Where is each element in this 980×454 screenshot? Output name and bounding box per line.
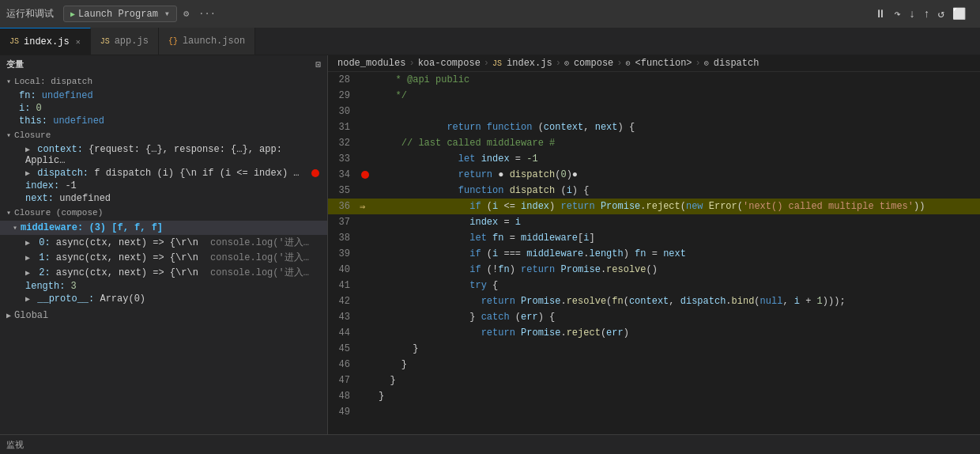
code-line-49: 49 bbox=[328, 404, 980, 420]
debug-toolbar: ⏸ ↷ ↓ ↑ ↺ ⬜ bbox=[867, 6, 974, 22]
main-layout: 变量 ⊡ ▾ Local: dispatch fn: undefined i: … bbox=[0, 55, 980, 434]
code-line-45: 45 } bbox=[328, 341, 980, 357]
tab-label-launch-json: launch.json bbox=[183, 36, 245, 47]
section-closure-label: Closure bbox=[14, 131, 51, 140]
tab-launch-json[interactable]: {} launch.json bbox=[159, 28, 255, 55]
middleware-length: length: 3 bbox=[0, 280, 327, 293]
chevron-down-icon-2: ▾ bbox=[6, 131, 11, 140]
compose-icon: ⊙ bbox=[564, 59, 569, 68]
js-icon: JS bbox=[9, 37, 19, 46]
global-label: Global bbox=[14, 310, 48, 321]
more-icon[interactable]: ··· bbox=[195, 7, 219, 21]
sep-3: › bbox=[556, 58, 561, 69]
bc-node-modules[interactable]: node_modules bbox=[337, 58, 405, 69]
expand-icon-6: ▶ bbox=[25, 295, 30, 304]
expand-icon-5: ▶ bbox=[25, 269, 30, 278]
sidebar-title: 变量 bbox=[6, 59, 24, 70]
middleware-section[interactable]: ▾ middleware: (3) [f, f, f] bbox=[0, 221, 327, 235]
bc-koa-compose[interactable]: koa-compose bbox=[418, 58, 481, 69]
sep-5: › bbox=[695, 58, 701, 69]
expand-icon-2: ▶ bbox=[25, 169, 30, 178]
debug-arrow: ⇒ bbox=[360, 201, 375, 213]
code-line-29: 29 */ bbox=[328, 88, 980, 104]
tab-app-js[interactable]: JS app.js bbox=[91, 28, 159, 55]
sep-1: › bbox=[409, 58, 414, 69]
section-local-label: Local: dispatch bbox=[14, 77, 92, 86]
sep-2: › bbox=[484, 58, 489, 69]
tab-label-app-js: app.js bbox=[115, 36, 149, 47]
step-out-button[interactable]: ↑ bbox=[922, 6, 931, 22]
bottom-bar: 监视 bbox=[0, 434, 980, 454]
breakpoint-indicator bbox=[311, 169, 319, 177]
expand-icon: ▶ bbox=[25, 146, 30, 154]
expand-icon-4: ▶ bbox=[25, 254, 30, 263]
tabs-bar: JS index.js ✕ JS app.js {} launch.json bbox=[0, 28, 980, 55]
js-breadcrumb-icon: JS bbox=[492, 59, 502, 68]
var-fn: fn: undefined bbox=[0, 89, 327, 102]
bc-dispatch[interactable]: dispatch bbox=[714, 58, 760, 69]
step-over-button[interactable]: ↷ bbox=[892, 6, 902, 22]
chevron-down-icon-4: ▾ bbox=[13, 223, 17, 233]
run-config-label: Launch Program bbox=[78, 9, 158, 20]
play-icon: ▶ bbox=[70, 9, 75, 19]
pause-button[interactable]: ⏸ bbox=[873, 6, 888, 22]
dispatch-icon: ⊙ bbox=[704, 59, 709, 68]
function-icon: ⊙ bbox=[626, 59, 631, 68]
expand-icon-3: ▶ bbox=[25, 239, 30, 248]
closure-context[interactable]: ▶ context: {request: {…}, response: {…},… bbox=[0, 143, 327, 167]
section-label: 运行和调试 bbox=[6, 7, 54, 21]
code-line-44: 44 return Promise.reject(err) bbox=[328, 325, 980, 341]
closure-next: next: undefined bbox=[0, 192, 327, 205]
restart-button[interactable]: ↺ bbox=[937, 6, 946, 22]
tab-label-index-js: index.js bbox=[24, 36, 70, 47]
js-icon-2: JS bbox=[100, 37, 110, 46]
section-closure-compose[interactable]: ▾ Closure (compose) bbox=[0, 205, 327, 221]
chevron-right-icon: ▶ bbox=[6, 311, 11, 320]
sidebar-header-icons: ⊡ bbox=[315, 59, 321, 70]
close-tab-icon[interactable]: ✕ bbox=[76, 37, 81, 47]
middleware-item-0[interactable]: ▶ 0: async(ctx, next) => {\r\n console.l… bbox=[0, 235, 327, 250]
dropdown-arrow-icon: ▾ bbox=[164, 8, 170, 20]
top-bar: 运行和调试 ▶ Launch Program ▾ ⚙ ··· ⏸ ↷ ↓ ↑ ↺… bbox=[0, 0, 980, 28]
gear-icon[interactable]: ⚙ bbox=[180, 6, 192, 21]
editor-area: node_modules › koa-compose › JS index.js… bbox=[328, 55, 980, 434]
monitor-label: 监视 bbox=[6, 439, 24, 451]
code-line-48: 48 } bbox=[328, 388, 980, 404]
bc-compose[interactable]: compose bbox=[574, 58, 613, 69]
middleware-item-2[interactable]: ▶ 2: async(ctx, next) => {\r\n console.l… bbox=[0, 265, 327, 280]
closure-index: index: -1 bbox=[0, 180, 327, 192]
var-this: this: undefined bbox=[0, 115, 327, 127]
bc-function[interactable]: <function> bbox=[635, 58, 692, 69]
chevron-down-icon: ▾ bbox=[6, 77, 11, 86]
chevron-down-icon-3: ▾ bbox=[6, 208, 11, 218]
sidebar-header: 变量 ⊡ bbox=[0, 55, 327, 74]
code-line-28: 28 * @api public bbox=[328, 72, 980, 88]
code-editor[interactable]: 28 * @api public 29 */ 30 31 bbox=[328, 72, 980, 434]
run-button[interactable]: ▶ Launch Program ▾ bbox=[63, 6, 177, 22]
json-icon: {} bbox=[168, 37, 178, 46]
sep-4: › bbox=[616, 58, 622, 69]
closure-dispatch[interactable]: ▶ dispatch: f dispatch (i) {\n if (i <= … bbox=[0, 167, 327, 180]
code-line-47: 47 } bbox=[328, 373, 980, 388]
section-local[interactable]: ▾ Local: dispatch bbox=[0, 74, 327, 89]
proto-item[interactable]: ▶ __proto__: Array(0) bbox=[0, 293, 327, 305]
section-closure-compose-label: Closure (compose) bbox=[14, 208, 103, 218]
stop-button[interactable]: ⬜ bbox=[951, 6, 967, 22]
middleware-label: middleware: (3) [f, f, f] bbox=[21, 222, 163, 233]
var-i: i: 0 bbox=[0, 102, 327, 115]
breadcrumb: node_modules › koa-compose › JS index.js… bbox=[328, 55, 980, 72]
tab-index-js[interactable]: JS index.js ✕ bbox=[0, 28, 91, 55]
bc-index-js[interactable]: index.js bbox=[507, 58, 552, 69]
section-global[interactable]: ▶ Global bbox=[0, 308, 327, 323]
breakpoint-dot bbox=[361, 171, 369, 179]
step-into-button[interactable]: ↓ bbox=[907, 6, 917, 22]
sidebar: 变量 ⊡ ▾ Local: dispatch fn: undefined i: … bbox=[0, 55, 328, 434]
code-line-46: 46 } bbox=[328, 357, 980, 373]
collapse-icon[interactable]: ⊡ bbox=[315, 59, 321, 70]
section-closure[interactable]: ▾ Closure bbox=[0, 127, 327, 143]
middleware-item-1[interactable]: ▶ 1: async(ctx, next) => {\r\n console.l… bbox=[0, 250, 327, 265]
code-line-31: 31 return function (context, next) { bbox=[328, 119, 980, 135]
